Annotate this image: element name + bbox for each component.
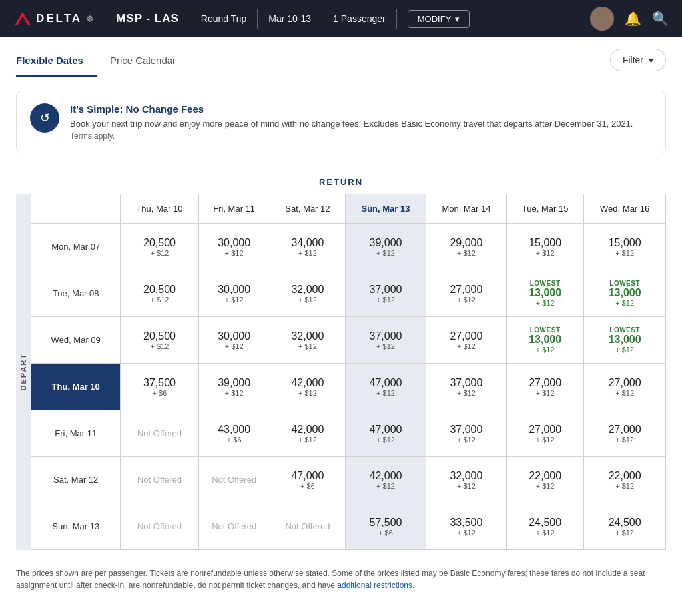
col-header-2: Sat, Mar 12 [270, 194, 345, 224]
price-cell[interactable]: 47,000+ $6 [270, 457, 345, 503]
price-value: 42,000 [370, 470, 402, 482]
price-value: 20,500 [143, 284, 176, 296]
price-cell[interactable]: 27,000+ $12 [426, 317, 506, 364]
price-cell[interactable]: Not Offered [198, 503, 270, 550]
price-cell[interactable]: 42,000+ $12 [270, 410, 345, 457]
price-cell[interactable]: 29,000+ $12 [426, 224, 506, 270]
filter-button[interactable]: Filter ▾ [610, 49, 666, 71]
price-cell[interactable]: Not Offered [198, 457, 270, 503]
lowest-label: LOWEST [530, 280, 561, 287]
price-value: 27,000 [529, 424, 561, 436]
price-cell[interactable]: LOWEST13,000+ $12 [506, 270, 583, 317]
price-fee: + $12 [225, 249, 244, 257]
price-cell[interactable]: LOWEST13,000+ $12 [506, 317, 583, 364]
price-cell[interactable]: 33,500+ $12 [426, 503, 506, 550]
price-cell[interactable]: 37,000+ $12 [346, 270, 426, 317]
header-divider-4 [322, 9, 322, 29]
price-cell[interactable]: 20,500+ $12 [121, 224, 198, 270]
price-cell[interactable]: 15,000+ $12 [584, 224, 666, 270]
price-cell[interactable]: 24,500+ $12 [584, 503, 666, 550]
price-cell[interactable]: 22,000+ $12 [584, 457, 666, 503]
price-fee: + $12 [615, 482, 634, 490]
price-fee: + $12 [376, 249, 395, 257]
price-value: 37,500 [143, 377, 176, 389]
price-cell[interactable]: 30,000+ $12 [198, 270, 270, 317]
price-cell[interactable]: 37,500+ $6 [121, 364, 198, 410]
price-fee: + $12 [376, 296, 395, 304]
tab-price-calendar[interactable]: Price Calendar [97, 48, 189, 77]
search-icon[interactable]: 🔍 [652, 11, 669, 27]
price-cell[interactable]: 20,500+ $12 [121, 270, 198, 317]
price-cell[interactable]: 32,000+ $12 [270, 317, 345, 364]
price-cell[interactable]: 27,000+ $12 [506, 364, 583, 410]
table-row: Wed, Mar 0920,500+ $1230,000+ $1232,000+… [31, 317, 666, 364]
price-value: 24,500 [609, 517, 641, 529]
price-value: 33,500 [450, 517, 482, 529]
modify-button[interactable]: MODIFY ▾ [408, 10, 470, 28]
price-cell[interactable]: 57,500+ $6 [346, 503, 426, 550]
logo: DELTA ❄ [13, 9, 94, 28]
price-cell[interactable]: 15,000+ $12 [506, 224, 583, 270]
price-fee: + $12 [457, 436, 476, 444]
price-cell[interactable]: 32,000+ $12 [426, 457, 506, 503]
price-cell[interactable]: 27,000+ $12 [506, 410, 583, 457]
price-value: 13,000 [529, 334, 561, 346]
price-cell[interactable]: Not Offered [270, 503, 345, 550]
price-cell[interactable]: 42,000+ $12 [270, 364, 345, 410]
price-cell[interactable]: 43,000+ $6 [198, 410, 270, 457]
price-fee: + $12 [536, 436, 555, 444]
price-fee: + $12 [536, 249, 555, 257]
price-value: 39,000 [218, 377, 250, 389]
price-cell[interactable]: 30,000+ $12 [198, 224, 270, 270]
footer-note: The prices shown are per passenger. Tick… [0, 557, 682, 602]
price-cell[interactable]: 22,000+ $12 [506, 457, 583, 503]
price-cell[interactable]: Not Offered [121, 503, 198, 550]
tab-flexible-dates[interactable]: Flexible Dates [16, 48, 97, 77]
price-fee: + $12 [457, 249, 476, 257]
price-cell[interactable]: LOWEST13,000+ $12 [584, 270, 666, 317]
price-cell[interactable]: 42,000+ $12 [346, 457, 426, 503]
price-value: 24,500 [529, 517, 561, 529]
table-wrapper: DEPART Thu, Mar 10 Fri, Mar 11 Sat, Mar … [16, 194, 666, 550]
price-cell[interactable]: Not Offered [121, 410, 198, 457]
price-cell[interactable]: 39,000+ $12 [346, 224, 426, 270]
price-fee: + $12 [151, 296, 169, 304]
price-cell[interactable]: 32,000+ $12 [270, 270, 345, 317]
main-content: Flexible Dates Price Calendar Filter ▾ ↺… [0, 37, 682, 616]
price-value: 22,000 [609, 470, 641, 482]
price-cell[interactable]: Not Offered [121, 457, 198, 503]
price-value: 27,000 [609, 377, 641, 389]
price-cell[interactable]: 47,000+ $12 [346, 364, 426, 410]
notification-bell-icon[interactable]: 🔔 [625, 11, 641, 27]
price-cell[interactable]: 24,500+ $12 [506, 503, 583, 550]
price-cell[interactable]: 47,000+ $12 [346, 410, 426, 457]
row-header: Mon, Mar 07 [31, 224, 121, 270]
price-fee: + $12 [536, 529, 555, 537]
price-cell[interactable]: 20,500+ $12 [121, 317, 198, 364]
price-cell[interactable]: LOWEST13,000+ $12 [584, 317, 666, 364]
price-fee: + $12 [376, 342, 395, 350]
not-offered-label: Not Offered [285, 521, 330, 531]
price-cell[interactable]: 27,000+ $12 [584, 410, 666, 457]
additional-restrictions-link[interactable]: additional restrictions [337, 581, 412, 590]
price-cell[interactable]: 30,000+ $12 [198, 317, 270, 364]
price-cell[interactable]: 34,000+ $12 [270, 224, 345, 270]
price-value: 47,000 [370, 424, 402, 436]
price-fee: + $12 [376, 436, 395, 444]
price-value: 15,000 [529, 237, 561, 249]
lowest-label: LOWEST [530, 326, 561, 334]
price-cell[interactable]: 37,000+ $12 [426, 410, 506, 457]
header-passengers: 1 Passenger [333, 13, 386, 24]
not-offered-label: Not Offered [137, 521, 182, 531]
price-value: 22,000 [529, 470, 561, 482]
price-cell[interactable]: 37,000+ $12 [346, 317, 426, 364]
col-header-3: Sun, Mar 13 [346, 194, 426, 224]
price-cell[interactable]: 39,000+ $12 [198, 364, 270, 410]
price-cell[interactable]: 37,000+ $12 [426, 364, 506, 410]
price-cell[interactable]: 27,000+ $12 [584, 364, 666, 410]
avatar[interactable] [590, 7, 614, 31]
footer-text: The prices shown are per passenger. Tick… [16, 569, 645, 590]
col-header-empty [31, 194, 121, 224]
price-fee: + $12 [615, 346, 634, 354]
price-cell[interactable]: 27,000+ $12 [426, 270, 506, 317]
